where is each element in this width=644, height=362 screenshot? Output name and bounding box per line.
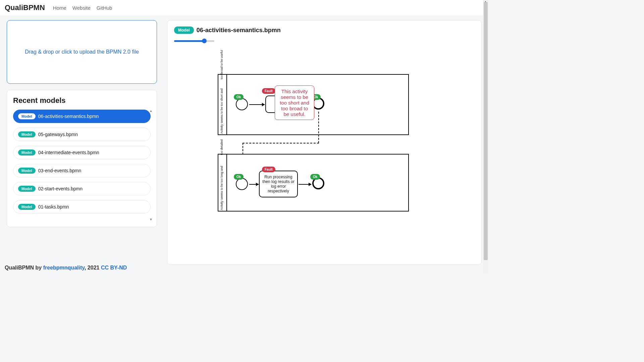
model-badge: Model — [18, 149, 36, 156]
fault-badge: Fault — [262, 88, 275, 94]
recent-item-03[interactable]: Model 03-end-events.bpmn — [13, 164, 151, 177]
viewer-header: Model 06-activities-semantics.bpmn — [174, 26, 475, 34]
recent-item-01[interactable]: Model 01-tasks.bpmn — [13, 200, 151, 214]
zoom-thumb[interactable] — [202, 39, 207, 43]
activity-run-processing[interactable]: Run processing then log results or log e… — [259, 171, 298, 197]
footer-mid: , 2021 — [85, 265, 101, 270]
recent-item-label: 06-activities-semantics.bpmn — [38, 114, 99, 119]
footer: QualiBPMN by freebpmnquality, 2021 CC BY… — [5, 265, 127, 271]
fault-badge: Fault — [262, 167, 275, 172]
brand-title: QualiBPMN — [5, 3, 45, 12]
sequence-flow[interactable] — [249, 104, 265, 105]
recent-models-title: Recent models — [13, 96, 155, 105]
recent-item-label: 03-end-events.bpmn — [38, 168, 81, 173]
recent-scroll-up-icon[interactable]: ▲ — [149, 109, 153, 114]
lane-label: Activity seems to be too short and too b… — [220, 76, 224, 134]
message-flow[interactable] — [243, 143, 319, 143]
message-flow[interactable] — [318, 112, 319, 143]
right-column: Model 06-activities-semantics.bpmn Activ… — [167, 20, 482, 265]
ok-badge: Ok — [310, 174, 320, 180]
lane-label-column: Activity seems to be too long and too de… — [218, 155, 227, 211]
recent-item-04[interactable]: Model 04-intermediate-events.bpmn — [13, 146, 151, 159]
recent-models-panel: Recent models ▲ Model 06-activities-sema… — [7, 90, 157, 227]
navbar: QualiBPMN Home Website GitHub — [0, 0, 488, 15]
upload-text: Drag & drop or click to upload the BPMN … — [25, 49, 139, 55]
model-badge: Model — [18, 113, 36, 119]
model-badge: Model — [18, 186, 36, 192]
recent-models-list[interactable]: Model 06-activities-semantics.bpmn Model… — [13, 110, 155, 217]
viewer-filename: 06-activities-semantics.bpmn — [197, 27, 281, 34]
page-scrollbar-thumb[interactable] — [484, 2, 488, 260]
main-layout: Drag & drop or click to upload the BPMN … — [0, 15, 488, 265]
left-column: Drag & drop or click to upload the BPMN … — [7, 20, 157, 265]
ok-badge: Ok — [234, 174, 244, 180]
nav-home[interactable]: Home — [53, 5, 66, 11]
model-badge: Model — [174, 26, 194, 34]
model-badge: Model — [18, 204, 36, 210]
upload-dropzone[interactable]: Drag & drop or click to upload the BPMN … — [7, 20, 157, 84]
recent-item-05[interactable]: Model 05-gateways.bpmn — [13, 128, 151, 141]
lane-label-column: Activity seems to be too short and too b… — [218, 75, 227, 134]
nav-website[interactable]: Website — [72, 5, 91, 11]
nav-github[interactable]: GitHub — [97, 5, 112, 11]
fault-tooltip: This activity seems to be too short and … — [275, 85, 314, 120]
start-event[interactable] — [236, 98, 248, 110]
pool-too-long[interactable]: Activity seems to be too long and too de… — [218, 154, 409, 212]
page-scrollbar[interactable]: ▲ — [483, 0, 488, 274]
lane-label: Activity seems to be too long and too de… — [220, 156, 224, 210]
model-badge: Model — [18, 168, 36, 174]
zoom-fill — [174, 40, 204, 42]
bpmn-diagram[interactable]: Activity seems to be too short and too b… — [218, 74, 452, 222]
footer-prefix: QualiBPMN by — [5, 265, 43, 270]
recent-item-label: 02-start-events.bpmn — [38, 186, 83, 191]
viewer-panel: Model 06-activities-semantics.bpmn Activ… — [167, 20, 482, 265]
recent-item-label: 04-intermediate-events.bpmn — [38, 150, 99, 155]
ok-badge: Ok — [234, 94, 244, 100]
recent-scroll-down-icon[interactable]: ▼ — [149, 218, 153, 222]
activity-text: Run processing then log results or log e… — [261, 175, 296, 193]
sequence-flow[interactable] — [249, 184, 259, 185]
recent-item-label: 01-tasks.bpmn — [38, 204, 69, 209]
footer-author-link[interactable]: freebpmnquality — [43, 265, 85, 270]
start-event[interactable] — [236, 178, 248, 190]
zoom-slider[interactable] — [174, 39, 214, 43]
recent-item-06[interactable]: Model 06-activities-semantics.bpmn — [13, 110, 151, 123]
sequence-flow[interactable] — [299, 184, 311, 185]
recent-item-02[interactable]: Model 02-start-events.bpmn — [13, 182, 151, 195]
recent-item-label: 05-gateways.bpmn — [38, 132, 78, 137]
footer-license-link[interactable]: CC BY-ND — [101, 265, 127, 270]
model-badge: Model — [18, 131, 36, 137]
